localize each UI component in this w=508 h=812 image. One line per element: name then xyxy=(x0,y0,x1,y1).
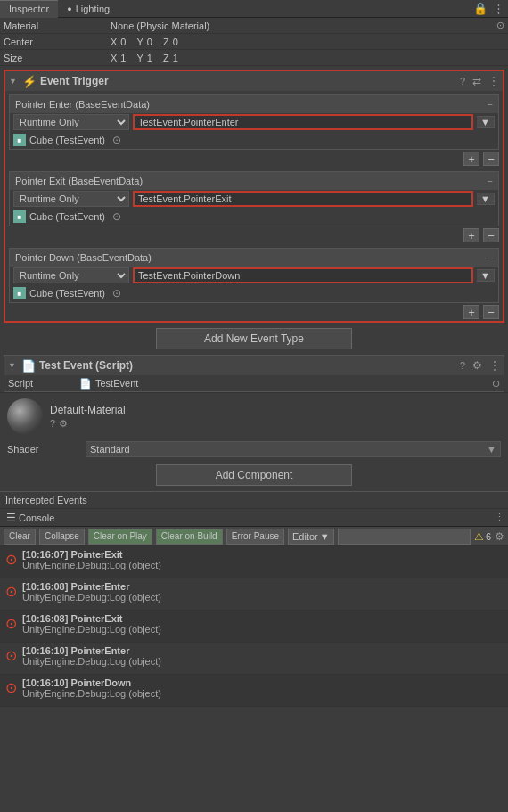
pointer-enter-function: TestEvent.PointerEnter xyxy=(133,114,473,130)
event-group-pointer-exit: Pointer Exit (BaseEventData) − Runtime O… xyxy=(9,171,499,226)
log-sub-3: UnityEngine.Debug:Log (object) xyxy=(22,656,161,667)
size-x-value: 1 xyxy=(120,53,126,63)
log-main-3: [10:16:10] PointerEnter xyxy=(22,645,161,656)
log-warn-icon-1: ⊙ xyxy=(5,583,17,600)
log-sub-0: UnityEngine.Debug:Log (object) xyxy=(22,560,161,570)
test-event-expand[interactable]: ▼ xyxy=(8,361,16,370)
log-main-0: [10:16:07] PointerExit xyxy=(22,549,161,560)
event-group-pointer-down: Pointer Down (BaseEventData) − Runtime O… xyxy=(9,248,499,303)
pointer-exit-remove[interactable]: − xyxy=(488,176,493,186)
pointer-down-header: Pointer Down (BaseEventData) − xyxy=(10,249,498,267)
script-value: TestEvent xyxy=(95,378,138,389)
pointer-enter-runtime-select[interactable]: Runtime Only xyxy=(13,114,129,130)
script-value-container: 📄 TestEvent ⊙ xyxy=(79,378,500,390)
pointer-down-function-dropdown[interactable]: ▼ xyxy=(477,269,495,282)
log-entry-1[interactable]: ⊙ [10:16:08] PointerEnter UnityEngine.De… xyxy=(0,578,508,611)
console-tab-more-icon[interactable]: ⋮ xyxy=(495,512,504,523)
add-event-type-button[interactable]: Add New Event Type xyxy=(156,328,352,349)
log-entry-4[interactable]: ⊙ [10:16:10] PointerDown UnityEngine.Deb… xyxy=(0,675,508,707)
tab-lighting[interactable]: ● Lighting xyxy=(58,0,119,18)
pointer-exit-plus-btn[interactable]: + xyxy=(463,228,479,242)
event-trigger-expand[interactable]: ▼ xyxy=(9,77,17,86)
log-entry-0[interactable]: ⊙ [10:16:07] PointerExit UnityEngine.Deb… xyxy=(0,546,508,578)
center-z-label: Z xyxy=(163,37,169,47)
center-y-label: Y xyxy=(136,37,143,47)
intercepted-events-header: Intercepted Events xyxy=(0,491,508,509)
material-help-icon[interactable]: ? xyxy=(50,418,55,430)
lock-icon[interactable]: 🔒 xyxy=(473,2,488,15)
pointer-exit-plus-minus: + − xyxy=(5,226,503,244)
console-tab[interactable]: ☰ Console xyxy=(4,509,57,527)
editor-dropdown[interactable]: Editor ▼ xyxy=(288,529,334,545)
test-event-more-icon[interactable]: ⋮ xyxy=(489,359,500,372)
test-event-settings-icon[interactable]: ⚙ xyxy=(472,359,482,372)
material-gear-icon[interactable]: ⚙ xyxy=(59,418,68,430)
log-entry-3[interactable]: ⊙ [10:16:10] PointerEnter UnityEngine.De… xyxy=(0,643,508,675)
event-trigger-help-icon[interactable]: ? xyxy=(460,76,465,86)
inspector-tab-label: Inspector xyxy=(9,4,49,14)
pointer-exit-runtime-select[interactable]: Runtime Only xyxy=(13,191,129,207)
log-text-1: [10:16:08] PointerEnter UnityEngine.Debu… xyxy=(22,581,161,603)
pointer-enter-minus-btn[interactable]: − xyxy=(483,152,499,166)
more-icon[interactable]: ⋮ xyxy=(493,2,504,15)
log-text-3: [10:16:10] PointerEnter UnityEngine.Debu… xyxy=(22,645,161,667)
pointer-down-minus-btn[interactable]: − xyxy=(483,305,499,319)
test-event-script-icon: 📄 xyxy=(21,359,36,373)
pointer-enter-object-icon: ■ xyxy=(13,134,26,146)
script-target-icon[interactable]: ⊙ xyxy=(492,378,500,390)
center-xyz: X 0 Y 0 Z 0 xyxy=(111,37,504,47)
material-section: Default-Material ? ⚙ xyxy=(0,392,508,439)
center-row: Center X 0 Y 0 Z 0 xyxy=(0,34,508,50)
log-text-2: [10:16:08] PointerExit UnityEngine.Debug… xyxy=(22,613,161,635)
clear-on-play-button[interactable]: Clear on Play xyxy=(88,529,152,545)
collapse-button[interactable]: Collapse xyxy=(39,529,85,545)
pointer-exit-function-dropdown[interactable]: ▼ xyxy=(477,193,495,205)
log-sub-4: UnityEngine.Debug:Log (object) xyxy=(22,688,161,699)
center-z-value: 0 xyxy=(173,37,178,47)
pointer-down-remove[interactable]: − xyxy=(488,252,493,263)
pointer-enter-object-name: Cube (TestEvent) xyxy=(29,135,105,145)
error-pause-button[interactable]: Error Pause xyxy=(226,529,284,545)
test-event-help-icon[interactable]: ? xyxy=(460,360,465,371)
center-x-label: X xyxy=(111,37,117,47)
log-sub-1: UnityEngine.Debug:Log (object) xyxy=(22,592,161,603)
console-settings-icon[interactable]: ⚙ xyxy=(495,530,504,543)
pointer-down-target-icon[interactable]: ⊙ xyxy=(112,287,121,299)
pointer-down-function-text: TestEvent.PointerDown xyxy=(138,270,240,281)
event-trigger-more-icon[interactable]: ⋮ xyxy=(488,75,499,87)
pointer-enter-runtime-row: Runtime Only TestEvent.PointerEnter ▼ xyxy=(10,113,498,131)
pointer-enter-function-dropdown[interactable]: ▼ xyxy=(477,116,495,128)
intercepted-events-title: Intercepted Events xyxy=(5,495,87,505)
event-group-pointer-enter: Pointer Enter (BaseEventData) − Runtime … xyxy=(9,94,499,150)
event-trigger-section: ▼ ⚡ Event Trigger ? ⇄ ⋮ Pointer Enter (B… xyxy=(4,70,504,323)
add-component-button[interactable]: Add Component xyxy=(156,464,352,486)
console-search-input[interactable] xyxy=(338,529,471,545)
material-info: Default-Material ? ⚙ xyxy=(50,404,501,430)
log-entry-2[interactable]: ⊙ [10:16:08] PointerExit UnityEngine.Deb… xyxy=(0,611,508,643)
size-xyz: X 1 Y 1 Z 1 xyxy=(111,53,504,63)
script-file-icon: 📄 xyxy=(79,378,92,390)
editor-dropdown-arrow: ▼ xyxy=(320,531,330,542)
material-sphere xyxy=(7,398,43,434)
pointer-exit-object-row: ■ Cube (TestEvent) ⊙ xyxy=(10,208,498,226)
pointer-enter-target-icon[interactable]: ⊙ xyxy=(112,134,121,146)
lighting-tab-dot: ● xyxy=(67,4,71,13)
tab-inspector[interactable]: Inspector xyxy=(0,0,58,18)
clear-button[interactable]: Clear xyxy=(4,529,36,545)
material-target-icon[interactable]: ⊙ xyxy=(496,20,504,31)
pointer-down-runtime-select[interactable]: Runtime Only xyxy=(13,267,129,283)
pointer-exit-target-icon[interactable]: ⊙ xyxy=(112,210,121,223)
pointer-exit-minus-btn[interactable]: − xyxy=(483,228,499,242)
clear-on-build-button[interactable]: Clear on Build xyxy=(156,529,223,545)
log-warn-icon-0: ⊙ xyxy=(5,551,17,568)
pointer-enter-remove[interactable]: − xyxy=(488,99,493,110)
size-z-value: 1 xyxy=(173,53,178,63)
pointer-enter-plus-btn[interactable]: + xyxy=(463,152,479,166)
pointer-exit-object-name: Cube (TestEvent) xyxy=(29,211,105,222)
lighting-tab-label: Lighting xyxy=(76,4,111,14)
event-trigger-settings-icon[interactable]: ⇄ xyxy=(472,75,481,87)
pointer-down-plus-btn[interactable]: + xyxy=(463,305,479,319)
script-label: Script xyxy=(8,378,79,389)
shader-dropdown[interactable]: Standard ▼ xyxy=(86,441,501,457)
log-main-2: [10:16:08] PointerExit xyxy=(22,613,161,624)
